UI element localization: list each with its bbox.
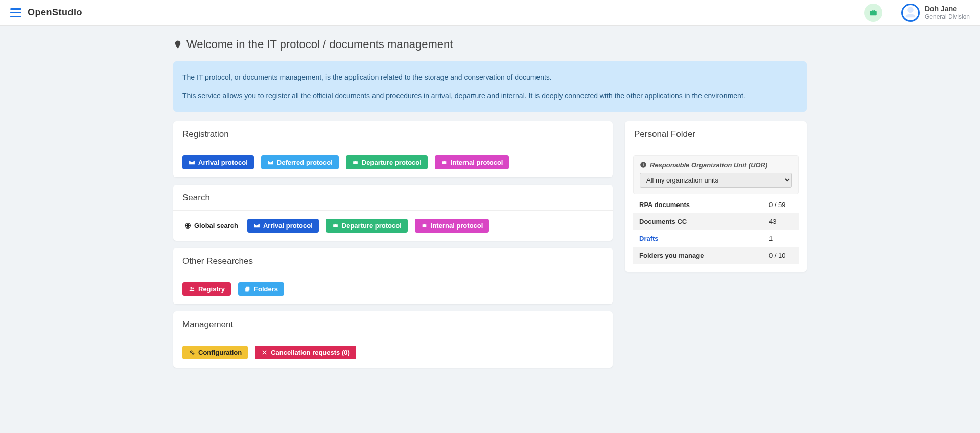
briefcase-icon (869, 8, 878, 17)
search-internal-button[interactable]: Internal protocol (415, 219, 489, 233)
registration-deferred-button[interactable]: Deferred protocol (261, 155, 339, 169)
page-title: Welcome in the IT protocol / documents m… (173, 38, 807, 51)
svg-rect-4 (245, 288, 249, 292)
search-internal-label: Internal protocol (431, 222, 483, 229)
svg-rect-8 (643, 164, 643, 166)
card-search: Search Global search Arrival protocol De… (173, 185, 613, 241)
topbar: OpenStudio Doh Jane General Division (0, 0, 980, 26)
management-cancellation-button[interactable]: Cancellation requests (0) (255, 346, 356, 359)
other-folders-button[interactable]: Folders (238, 282, 284, 296)
registration-departure-button[interactable]: Departure protocol (346, 155, 428, 169)
registration-internal-label: Internal protocol (451, 159, 503, 166)
close-icon (261, 349, 268, 356)
topbar-right: Doh Jane General Division (864, 4, 970, 22)
user-division: General Division (925, 13, 970, 20)
columns: Registration Arrival protocol Deferred p… (173, 121, 807, 375)
svg-point-1 (190, 287, 192, 288)
users-icon (189, 286, 195, 292)
table-row[interactable]: RPA documents 0 / 59 (633, 196, 799, 213)
stat-label: Folders you manage (633, 247, 763, 264)
gears-icon (189, 349, 195, 356)
svg-rect-9 (643, 163, 643, 164)
svg-point-6 (192, 353, 194, 354)
card-personal-folder-title: Personal Folder (625, 121, 807, 147)
app-logo: OpenStudio (28, 7, 82, 18)
topbar-left: OpenStudio (10, 7, 82, 18)
envelope-icon (189, 159, 195, 166)
user-text: Doh Jane General Division (925, 5, 970, 20)
envelope-icon (267, 159, 274, 166)
search-global-label: Global search (194, 222, 238, 229)
user-menu[interactable]: Doh Jane General Division (901, 4, 970, 22)
management-cancellation-label: Cancellation requests (0) (271, 349, 350, 356)
uor-select[interactable]: All my organization units (640, 173, 792, 188)
card-management: Management Configuration Cancellation re… (173, 311, 613, 368)
main-column: Registration Arrival protocol Deferred p… (173, 121, 613, 375)
card-registration-body: Arrival protocol Deferred protocol Depar… (173, 147, 613, 177)
stat-label-link: Drafts (633, 230, 763, 247)
briefcase-icon (332, 222, 339, 229)
user-name: Doh Jane (925, 5, 970, 13)
briefcase-icon (352, 159, 359, 166)
suitcase-icon (421, 222, 428, 229)
uor-box: Responsible Organization Unit (UOR) All … (633, 155, 799, 194)
uor-label-text: Responsible Organization Unit (UOR) (650, 161, 767, 169)
stat-value: 0 / 59 (763, 196, 799, 213)
info-icon (640, 161, 647, 168)
vertical-divider (892, 5, 892, 20)
other-registry-label: Registry (198, 286, 225, 292)
svg-point-5 (190, 351, 192, 352)
registration-departure-label: Departure protocol (362, 159, 422, 166)
card-search-body: Global search Arrival protocol Departure… (173, 211, 613, 241)
info-line-1: The IT protocol, or documents management… (182, 72, 798, 83)
search-arrival-label: Arrival protocol (263, 222, 313, 229)
card-other: Other Researches Registry Folders (173, 248, 613, 304)
card-other-body: Registry Folders (173, 274, 613, 304)
search-global-button[interactable]: Global search (182, 219, 240, 233)
card-personal-folder-body: Responsible Organization Unit (UOR) All … (625, 147, 807, 272)
stat-value: 43 (763, 213, 799, 230)
other-folders-label: Folders (254, 286, 278, 292)
other-registry-button[interactable]: Registry (182, 282, 231, 296)
info-line-2: This service allows you to register all … (182, 90, 798, 101)
envelope-icon (253, 222, 260, 229)
stat-value: 1 (763, 230, 799, 247)
svg-point-2 (192, 287, 194, 289)
registration-internal-button[interactable]: Internal protocol (435, 155, 509, 169)
management-configuration-label: Configuration (198, 349, 242, 356)
stat-label: Documents CC (633, 213, 763, 230)
management-configuration-button[interactable]: Configuration (182, 346, 248, 359)
table-row[interactable]: Documents CC 43 (633, 213, 799, 230)
registration-arrival-button[interactable]: Arrival protocol (182, 155, 254, 169)
search-departure-label: Departure protocol (342, 222, 402, 229)
stat-label: RPA documents (633, 196, 763, 213)
card-personal-folder: Personal Folder Responsible Organization… (625, 121, 807, 272)
card-search-title: Search (173, 185, 613, 211)
card-registration: Registration Arrival protocol Deferred p… (173, 121, 613, 177)
card-other-title: Other Researches (173, 248, 613, 274)
card-registration-title: Registration (173, 121, 613, 147)
suitcase-icon (441, 159, 448, 166)
card-management-title: Management (173, 311, 613, 337)
page-title-text: Welcome in the IT protocol / documents m… (186, 38, 453, 51)
stat-value: 0 / 10 (763, 247, 799, 264)
uor-label: Responsible Organization Unit (UOR) (640, 161, 792, 169)
globe-icon (184, 222, 191, 229)
avatar (901, 4, 920, 22)
search-departure-button[interactable]: Departure protocol (326, 219, 408, 233)
personal-stats-table: RPA documents 0 / 59 Documents CC 43 Dra… (633, 196, 799, 264)
table-row[interactable]: Folders you manage 0 / 10 (633, 247, 799, 264)
registration-deferred-label: Deferred protocol (277, 159, 333, 166)
side-column: Personal Folder Responsible Organization… (625, 121, 807, 279)
info-banner: The IT protocol, or documents management… (173, 61, 807, 112)
module-icon[interactable] (864, 4, 882, 22)
table-row[interactable]: Drafts 1 (633, 230, 799, 247)
registration-arrival-label: Arrival protocol (198, 159, 248, 166)
card-management-body: Configuration Cancellation requests (0) (173, 337, 613, 368)
search-arrival-button[interactable]: Arrival protocol (247, 219, 319, 233)
pin-icon (173, 39, 182, 50)
menu-toggle-button[interactable] (10, 8, 21, 17)
page: Welcome in the IT protocol / documents m… (173, 26, 807, 395)
copy-icon (244, 286, 251, 292)
